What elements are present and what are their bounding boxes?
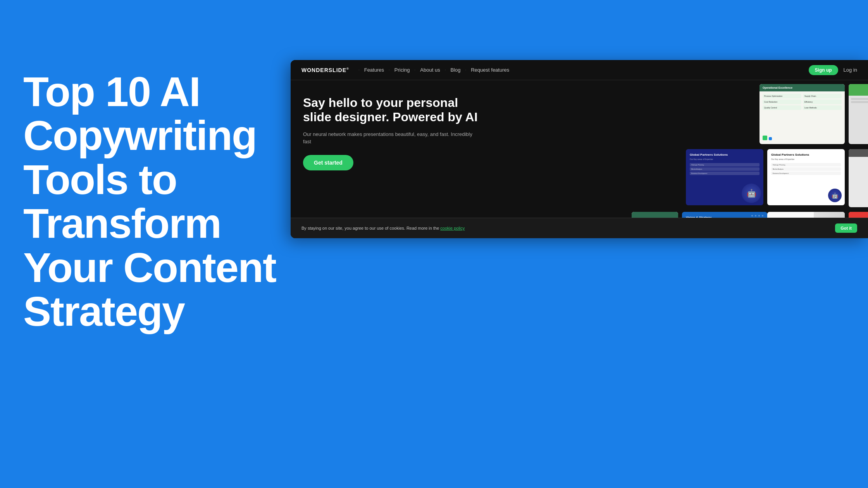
cookie-policy-link[interactable]: cookie policy	[440, 226, 465, 230]
thumb-row-2: Global Partners Solutions Our Key areas …	[686, 149, 868, 207]
slide-op-item-4: Supply Chain	[803, 94, 842, 98]
nav-bar: WONDERSLIDE® · Features · Pricing · Abou…	[291, 60, 868, 80]
vision-dots	[751, 215, 764, 217]
gp-blue-sub: Our Key areas of Expertise	[690, 158, 760, 161]
dot4	[762, 215, 763, 217]
op-accent-2	[769, 137, 772, 140]
gp-w-item-3: Business Development	[771, 172, 841, 175]
partial-body	[849, 96, 868, 107]
gp-w-item-2: Market Analysis	[771, 167, 841, 171]
nav-links: · Features · Pricing · About us · Blog ·…	[358, 65, 799, 74]
gp-item-2: Market Analysis	[690, 167, 760, 171]
slide-partial-right-2	[849, 149, 868, 207]
slide-global-partners-white[interactable]: Global Partners Solutions Our Key areas …	[767, 149, 845, 205]
nav-dot-2: ·	[389, 68, 390, 72]
nav-dot-3: ·	[415, 68, 416, 72]
nav-dot-1: ·	[358, 68, 360, 72]
gp-item-3: Business Development	[690, 172, 760, 175]
slide-op-col-2: Supply Chain Efficiency Lean Methods	[803, 94, 842, 111]
slide-op-item-1: Process Optimization	[763, 94, 801, 98]
nav-link-blog[interactable]: Blog	[447, 65, 463, 74]
gp-item-1: Strategic Planning	[690, 163, 760, 167]
partial-r2-header	[849, 149, 868, 157]
slide-op-item-3: Quality Control	[763, 105, 801, 110]
nav-link-pricing[interactable]: Pricing	[391, 65, 413, 74]
browser-panel: WONDERSLIDE® · Features · Pricing · Abou…	[291, 60, 868, 238]
slide-partial-1	[849, 84, 868, 144]
nav-link-features[interactable]: Features	[361, 65, 387, 74]
get-started-button[interactable]: Get started	[303, 155, 353, 170]
gp-white-robot-icon: 🤖	[828, 189, 842, 202]
gp-blue-title: Global Partners Solutions	[690, 153, 760, 156]
headline: Top 10 AI Copywriting Tools to Transform…	[23, 70, 294, 333]
thumb-row-1: Operational Excellence Process Optimizat…	[760, 84, 868, 144]
dot2	[755, 215, 756, 217]
slide-op-body: Process Optimization Cost Reduction Qual…	[760, 91, 845, 113]
gp-w-item-1: Strategic Planning	[771, 163, 841, 167]
slide-op-item-5: Efficiency	[803, 100, 842, 104]
hero-left: Say hello to your personal slide designe…	[291, 80, 492, 238]
gp-white-items: Strategic Planning Market Analysis Busin…	[771, 163, 841, 175]
nav-dot-4: ·	[445, 68, 446, 72]
headline-text: Top 10 AI Copywriting Tools to Transform…	[23, 70, 294, 333]
hero-subtitle: Our neural network makes presentations b…	[303, 131, 480, 146]
slide-op-item-6: Lean Methods	[803, 105, 842, 110]
gp-blue-items: Strategic Planning Market Analysis Busin…	[690, 163, 760, 175]
nav-actions: Sign up Log in	[809, 65, 857, 75]
dot3	[758, 215, 760, 217]
cookie-accept-button[interactable]: Got it	[835, 223, 857, 233]
slide-op-header: Operational Excellence	[760, 84, 845, 91]
slide-operational-excellence[interactable]: Operational Excellence Process Optimizat…	[760, 84, 845, 144]
cookie-banner: By staying on our site, you agree to our…	[291, 218, 868, 238]
nav-link-request[interactable]: Request features	[468, 65, 512, 74]
dot1	[751, 215, 753, 217]
partial-line-2	[851, 101, 868, 103]
gp-white-sub: Our Key areas of Expertise	[771, 158, 841, 161]
partial-line-1	[851, 98, 868, 100]
hero-title: Say hello to your personal slide designe…	[303, 96, 480, 124]
cookie-text: By staying on our site, you agree to our…	[301, 226, 830, 230]
signup-button[interactable]: Sign up	[809, 65, 838, 75]
nav-dot-5: ·	[465, 68, 466, 72]
slide-op-item-2: Cost Reduction	[763, 100, 801, 104]
nav-logo: WONDERSLIDE®	[301, 67, 349, 73]
gp-blue-robot-icon: 🤖	[742, 184, 761, 203]
gp-white-title: Global Partners Solutions	[771, 153, 841, 156]
partial-header	[849, 84, 868, 96]
nav-link-about[interactable]: About us	[417, 65, 443, 74]
op-accent-1	[763, 136, 767, 140]
login-link[interactable]: Log in	[844, 67, 857, 73]
slides-area: Operational Excellence Process Optimizat…	[496, 80, 868, 238]
slide-global-partners-blue[interactable]: Global Partners Solutions Our Key areas …	[686, 149, 763, 205]
hero-area: Say hello to your personal slide designe…	[291, 80, 868, 238]
slide-op-col-1: Process Optimization Cost Reduction Qual…	[763, 94, 801, 111]
